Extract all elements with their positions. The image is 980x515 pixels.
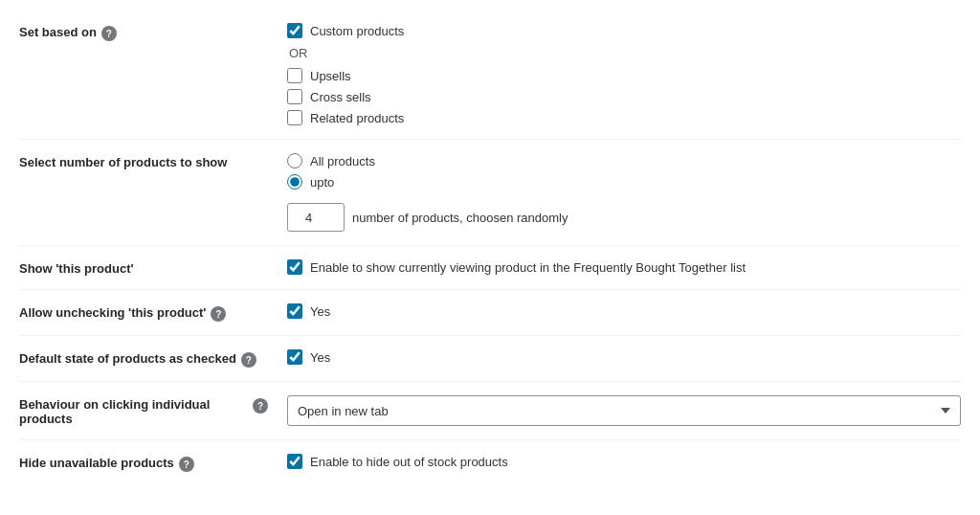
upsells-item: Upsells [287,68,961,83]
custom-products-checkbox[interactable] [287,23,302,38]
number-input-row: number of products, choosen randomly [287,203,961,232]
show-this-product-checkbox-label[interactable]: Enable to show currently viewing product… [310,260,746,275]
behaviour-clicking-help-icon[interactable]: ? [253,398,268,414]
default-state-label: Default state of products as checked ? [19,349,287,368]
hide-unavailable-control: Enable to hide out of stock products [287,454,961,469]
number-suffix-text: number of products, choosen randomly [352,211,568,225]
behaviour-clicking-dropdown[interactable]: Open in new tab Open in same tab No acti… [287,395,961,426]
cross-sells-item: Cross sells [287,89,961,104]
or-divider: OR [289,46,961,60]
all-products-item: All products [287,153,961,168]
hide-unavailable-checkbox-label[interactable]: Enable to hide out of stock products [310,455,508,469]
related-products-label[interactable]: Related products [310,111,404,125]
set-based-on-help-icon[interactable]: ? [101,26,117,41]
allow-unchecking-label: Allow unchecking 'this product' ? [19,303,287,322]
upto-radio-label[interactable]: upto [310,175,334,190]
allow-unchecking-checkbox[interactable] [287,303,302,319]
show-this-product-label: Show 'this product' [19,259,287,276]
set-based-on-control: Custom products OR Upsells Cross sells R… [287,23,961,125]
all-products-radio-label[interactable]: All products [310,154,375,168]
select-number-control: All products upto number of products, ch… [287,153,961,232]
related-products-checkbox[interactable] [287,110,302,125]
default-state-item: Yes [287,349,961,365]
settings-container: Set based on ? Custom products OR Upsell… [0,0,980,495]
allow-unchecking-control: Yes [287,303,961,319]
behaviour-clicking-row: Behaviour on clicking individual product… [19,382,961,440]
show-this-product-control: Enable to show currently viewing product… [287,259,961,275]
allow-unchecking-row: Allow unchecking 'this product' ? Yes [19,290,961,336]
behaviour-clicking-control: Open in new tab Open in same tab No acti… [287,395,961,426]
allow-unchecking-item: Yes [287,303,961,319]
upto-radio[interactable] [287,174,302,190]
hide-unavailable-item: Enable to hide out of stock products [287,454,961,469]
upsells-checkbox[interactable] [287,68,302,83]
default-state-row: Default state of products as checked ? Y… [19,336,961,382]
select-number-row: Select number of products to show All pr… [19,140,961,246]
default-state-checkbox[interactable] [287,349,302,365]
behaviour-clicking-label: Behaviour on clicking individual product… [19,395,287,426]
hide-unavailable-help-icon[interactable]: ? [179,457,194,472]
upto-item: upto [287,174,961,190]
show-this-product-checkbox[interactable] [287,259,302,275]
default-state-help-icon[interactable]: ? [241,352,256,368]
set-based-on-row: Set based on ? Custom products OR Upsell… [19,10,961,140]
upsells-label[interactable]: Upsells [310,69,351,83]
all-products-radio[interactable] [287,153,302,168]
number-of-products-input[interactable] [287,203,345,232]
allow-unchecking-help-icon[interactable]: ? [211,306,226,322]
hide-unavailable-label: Hide unavailable products ? [19,454,287,472]
cross-sells-label[interactable]: Cross sells [310,90,371,104]
show-this-product-row: Show 'this product' Enable to show curre… [19,246,961,290]
hide-unavailable-checkbox[interactable] [287,454,302,469]
default-state-checkbox-label[interactable]: Yes [310,350,330,365]
hide-unavailable-row: Hide unavailable products ? Enable to hi… [19,440,961,485]
default-state-control: Yes [287,349,961,365]
custom-products-item: Custom products [287,23,961,38]
cross-sells-checkbox[interactable] [287,89,302,104]
set-based-on-label: Set based on ? [19,23,287,41]
related-products-item: Related products [287,110,961,125]
allow-unchecking-checkbox-label[interactable]: Yes [310,304,330,319]
custom-products-label[interactable]: Custom products [310,24,404,38]
show-this-product-item: Enable to show currently viewing product… [287,259,961,275]
select-number-label: Select number of products to show [19,153,287,169]
